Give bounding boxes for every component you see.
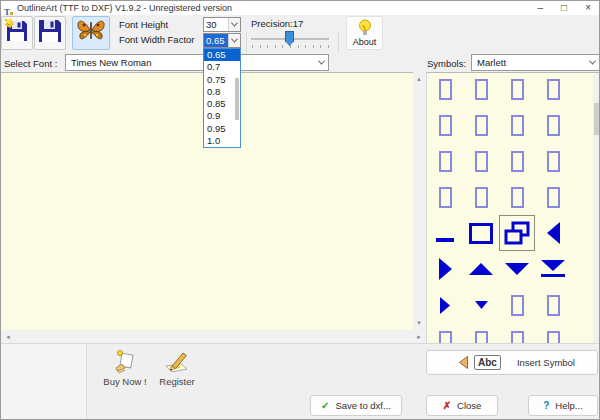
symbol-cell[interactable] [427, 251, 463, 287]
symbol-cell[interactable] [499, 287, 535, 323]
close-label: Close [457, 400, 481, 411]
maximize-button[interactable]: □ [561, 1, 567, 15]
font-width-factor-label: Font Width Factor [119, 34, 195, 45]
precision-slider-handle[interactable] [285, 31, 294, 46]
save-to-dxf-button[interactable]: ✓ Save to dxf... [310, 395, 402, 416]
minimize-button[interactable]: – [538, 1, 544, 15]
symbols-font-combobox[interactable]: Marlett [471, 54, 600, 71]
scroll-left-icon[interactable]: ◄ [5, 334, 11, 340]
dropdown-scrollbar-thumb[interactable] [235, 78, 239, 120]
triangle-down-icon [505, 263, 529, 275]
font-select-combobox[interactable]: Times New Roman [65, 54, 329, 71]
symbol-cell[interactable] [499, 323, 535, 343]
box-icon [475, 187, 488, 208]
symbol-cell[interactable] [535, 323, 571, 343]
symbol-cell[interactable] [463, 179, 499, 215]
symbol-cell[interactable] [427, 143, 463, 179]
toolbar: Font Height Font Width Factor 30 0.65 Pr… [1, 15, 599, 54]
symbol-cell[interactable] [535, 72, 571, 107]
box-icon [547, 187, 560, 208]
symbol-cell[interactable] [499, 251, 535, 287]
save-to-dxf-label: Save to dxf... [335, 400, 390, 411]
symbol-cell[interactable] [427, 287, 463, 323]
canvas-vertical-scrollbar[interactable]: ▲ ▼ [413, 72, 426, 330]
box-icon [511, 79, 524, 100]
chevron-down-icon[interactable] [228, 18, 240, 31]
width-factor-option[interactable]: 1.0 [204, 135, 240, 147]
box-icon [547, 295, 560, 316]
symbol-cell[interactable] [499, 143, 535, 179]
symbol-cell[interactable] [535, 107, 571, 143]
symbol-cell[interactable] [535, 143, 571, 179]
symbol-cell[interactable] [499, 107, 535, 143]
box-icon [439, 151, 452, 172]
font-width-factor-value: 0.65 [204, 34, 228, 47]
scroll-right-icon[interactable]: ► [416, 334, 422, 340]
register-icon [164, 350, 190, 374]
font-height-combobox[interactable]: 30 [203, 17, 241, 32]
font-width-factor-combobox[interactable]: 0.65 [203, 33, 241, 48]
symbol-cell[interactable] [463, 287, 499, 323]
symbol-cell[interactable] [535, 287, 571, 323]
butterfly-icon [76, 17, 106, 49]
about-button[interactable]: About [346, 16, 383, 50]
abc-box: Abc [474, 355, 501, 370]
symbol-cell[interactable] [463, 143, 499, 179]
symbol-cell[interactable] [535, 215, 571, 251]
symbol-cell[interactable] [427, 215, 463, 251]
question-mark-icon: ? [543, 400, 549, 411]
x-icon: ✗ [443, 400, 451, 411]
symbols-font-value: Marlett [472, 57, 586, 68]
symbols-scrollbar-thumb[interactable] [594, 103, 600, 135]
symbol-cell[interactable] [427, 179, 463, 215]
triangle-right-small-icon [440, 297, 450, 314]
chevron-down-icon[interactable] [586, 55, 599, 70]
register-button[interactable]: Register [154, 350, 200, 387]
width-factor-option[interactable]: 0.7 [204, 61, 240, 73]
window-title: OutlineArt (TTF to DXF) V1.9.2 - Unregis… [17, 3, 232, 13]
symbol-cell[interactable] [535, 251, 571, 287]
insert-symbol-button[interactable]: Abc Insert Symbol [426, 350, 598, 375]
butterfly-preview-button[interactable] [72, 16, 110, 50]
box-icon [511, 187, 524, 208]
title-bar: T OutlineArt (TTF to DXF) V1.9.2 - Unreg… [1, 1, 599, 16]
chevron-down-icon[interactable] [228, 34, 240, 47]
symbol-cell[interactable] [463, 107, 499, 143]
symbol-cell[interactable] [499, 72, 535, 107]
symbol-cell[interactable] [463, 215, 499, 251]
symbol-cell[interactable] [499, 215, 535, 251]
triangle-left-icon [547, 222, 560, 244]
canvas-horizontal-scrollbar[interactable]: ◄ ► [1, 330, 426, 343]
box-icon [439, 79, 452, 100]
symbol-cell[interactable] [463, 323, 499, 343]
scroll-up-icon[interactable]: ▲ [416, 76, 422, 82]
close-window-button[interactable]: × [585, 1, 591, 15]
scroll-down-icon[interactable]: ▼ [416, 320, 422, 326]
symbol-cell[interactable] [499, 179, 535, 215]
symbol-cell[interactable] [463, 251, 499, 287]
restore-icon [504, 221, 530, 245]
triangle-down-small-icon [475, 301, 488, 309]
symbols-scrollbar[interactable] [593, 73, 600, 343]
symbol-cell[interactable] [427, 107, 463, 143]
triangle-down-underline-icon [541, 260, 565, 278]
symbol-cell[interactable] [427, 72, 463, 107]
width-factor-option[interactable]: 0.95 [204, 123, 240, 135]
font-row: Select Font : Times New Roman I B Symbol… [1, 53, 599, 72]
symbol-cell[interactable] [427, 323, 463, 343]
open-file-icon [4, 18, 30, 48]
footer: Buy Now ! Register Abc Insert Symbol [1, 343, 599, 420]
precision-label: Precision:17 [251, 18, 303, 29]
save-button[interactable] [34, 16, 66, 50]
chevron-down-icon[interactable] [315, 55, 328, 70]
buy-now-button[interactable]: Buy Now ! [97, 350, 153, 387]
close-button[interactable]: ✗ Close [426, 395, 498, 416]
open-button[interactable] [1, 16, 33, 50]
symbol-cell[interactable] [535, 179, 571, 215]
help-button[interactable]: ? Help... [528, 395, 598, 416]
box-icon [439, 331, 452, 344]
width-factor-option[interactable]: 0.65 [204, 49, 240, 61]
app-window: T OutlineArt (TTF to DXF) V1.9.2 - Unreg… [0, 0, 600, 420]
symbols-label: Symbols: [427, 58, 466, 69]
symbol-cell[interactable] [463, 72, 499, 107]
